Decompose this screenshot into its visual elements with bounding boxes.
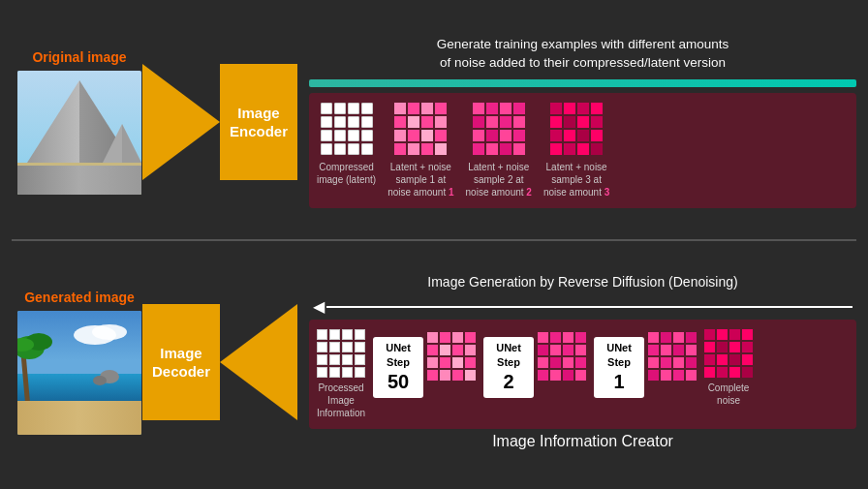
compressed-grid — [321, 103, 373, 155]
unet-step2-label: UNetStep — [496, 342, 521, 367]
svg-point-17 — [63, 410, 69, 415]
unet-step2-box: UNetStep 2 — [483, 337, 534, 398]
unet-step50-box: UNetStep 50 — [373, 337, 423, 398]
unet1-grid — [648, 332, 697, 381]
sample-noise1-label: Latent + noisesample 1 atnoise amount 1 — [388, 161, 453, 199]
unet-step1-label: UNetStep — [606, 342, 632, 367]
unet-step50-group: UNetStep 50 — [373, 329, 476, 398]
top-section: Original image — [0, 0, 868, 239]
unet2-grid — [538, 332, 586, 381]
sample-compressed: Compressedimage (latent) — [317, 103, 376, 186]
unet-step50-number: 50 — [379, 369, 418, 394]
sample-noise3-label: Latent + noisesample 3 atnoise amount 3 — [543, 161, 609, 199]
decoder-box: ImageDecoder — [142, 304, 220, 420]
original-image-section: Original image — [12, 49, 147, 195]
bottom-title: Image Generation by Reverse Diffusion (D… — [309, 274, 856, 290]
decoder-section: ImageDecoder — [142, 304, 297, 420]
sample-compressed-label: Compressedimage (latent) — [317, 161, 376, 186]
svg-rect-9 — [17, 374, 141, 413]
pyramid-photo — [17, 71, 141, 195]
bottom-section: Generated image — [0, 241, 868, 489]
unet-step1-number: 1 — [600, 369, 638, 394]
unet-step1-group: UNetStep 1 — [594, 329, 697, 398]
unet50-grid — [427, 332, 476, 381]
denoising-steps-box: ProcessedImageInformation UNetStep 50 — [309, 320, 856, 429]
bottom-footer: Image Information Creator — [309, 433, 856, 450]
encoder-section: ImageEncoder — [142, 64, 297, 180]
noise2-grid — [473, 103, 525, 155]
encoder-box: ImageEncoder — [220, 64, 297, 180]
svg-point-19 — [54, 413, 58, 417]
unet-step1-box: UNetStep 1 — [594, 337, 644, 398]
sample-noise2: Latent + noisesample 2 atnoise amount 2 — [466, 103, 532, 199]
main-container: Original image — [0, 0, 868, 489]
sample-noise3: Latent + noisesample 3 atnoise amount 3 — [543, 103, 609, 199]
svg-point-16 — [93, 376, 107, 385]
unet-step50-label: UNetStep — [386, 342, 411, 367]
right-panel-bottom: Image Generation by Reverse Diffusion (D… — [309, 274, 856, 450]
teal-gradient-bar — [309, 79, 856, 87]
complete-noise-label: Completenoise — [708, 382, 750, 407]
unet-step2-number: 2 — [489, 369, 528, 394]
beach-photo — [17, 311, 141, 435]
generated-image-label: Generated image — [24, 290, 135, 305]
encoder-trapezoid — [142, 64, 220, 180]
svg-point-18 — [73, 413, 78, 418]
encoder-label: ImageEncoder — [230, 104, 288, 141]
training-samples-box: Compressedimage (latent) Latent + noises… — [309, 93, 856, 208]
original-image-label: Original image — [32, 49, 126, 65]
complete-noise: Completenoise — [704, 329, 753, 407]
top-description: Generate training examples with differen… — [309, 36, 856, 73]
processed-image-info: ProcessedImageInformation — [317, 329, 365, 419]
right-panel-top: Generate training examples with differen… — [309, 36, 856, 209]
processed-info-label: ProcessedImageInformation — [317, 382, 365, 419]
noise3-grid — [550, 103, 603, 155]
svg-point-8 — [92, 324, 127, 340]
generated-image-section: Generated image — [12, 290, 147, 435]
sample-noise1: Latent + noisesample 1 atnoise amount 1 — [388, 103, 453, 199]
decoder-trapezoid — [220, 304, 297, 420]
svg-rect-1 — [17, 163, 141, 195]
svg-rect-10 — [17, 408, 141, 435]
noise1-grid — [394, 103, 447, 155]
sample-noise2-label: Latent + noisesample 2 atnoise amount 2 — [466, 161, 532, 199]
unet-step2-group: UNetStep 2 — [483, 329, 586, 398]
decoder-label: ImageDecoder — [152, 344, 210, 382]
